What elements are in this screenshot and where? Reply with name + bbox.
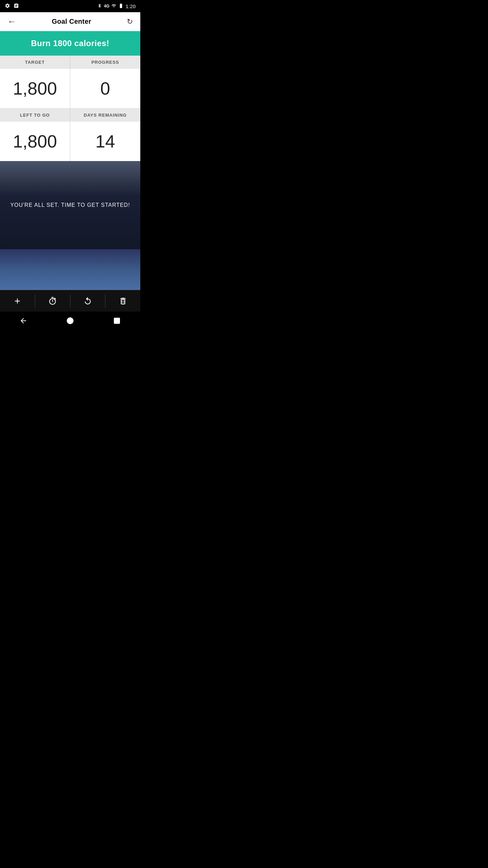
status-bar: 4G 1:20 xyxy=(0,0,140,12)
timer-button[interactable] xyxy=(35,290,70,312)
target-value: 1,800 xyxy=(0,69,70,108)
left-to-go-value: 1,800 xyxy=(0,122,70,161)
nav-bar xyxy=(0,312,140,330)
back-nav-button[interactable] xyxy=(19,317,27,325)
goal-banner: Burn 1800 calories! xyxy=(0,31,140,56)
progress-label: PROGRESS xyxy=(70,56,140,69)
back-button[interactable]: ← xyxy=(5,14,18,29)
blue-bg-section xyxy=(0,249,140,290)
days-remaining-label: DAYS REMAINING xyxy=(70,108,140,122)
svg-point-3 xyxy=(67,318,73,324)
delete-button[interactable] xyxy=(105,290,140,312)
status-right-icons: 4G 1:20 xyxy=(97,3,136,9)
reset-button[interactable] xyxy=(70,290,105,312)
add-icon: + xyxy=(15,295,21,307)
bottom-toolbar: + xyxy=(0,290,140,312)
svg-rect-2 xyxy=(123,300,124,303)
refresh-button[interactable]: ↻ xyxy=(125,15,135,28)
stats-grid: TARGET PROGRESS 1,800 0 LEFT TO GO DAYS … xyxy=(0,56,140,161)
home-nav-button[interactable] xyxy=(66,317,74,325)
trash-icon xyxy=(119,297,127,305)
recents-nav-button[interactable] xyxy=(113,317,121,325)
app-bar: ← Goal Center ↻ xyxy=(0,12,140,31)
goal-text: Burn 1800 calories! xyxy=(31,39,109,48)
motivational-section: YOU'RE ALL SET. TIME TO GET STARTED! xyxy=(0,161,140,290)
days-remaining-value: 14 xyxy=(70,122,140,161)
svg-point-0 xyxy=(54,298,56,299)
add-button[interactable]: + xyxy=(0,290,35,312)
page-title: Goal Center xyxy=(52,18,92,25)
settings-icon xyxy=(5,3,10,9)
progress-value: 0 xyxy=(70,69,140,108)
clipboard-icon xyxy=(14,3,19,9)
svg-rect-1 xyxy=(122,300,122,303)
motivational-dark-bg: YOU'RE ALL SET. TIME TO GET STARTED! xyxy=(0,161,140,249)
svg-rect-4 xyxy=(114,318,120,323)
left-to-go-label: LEFT TO GO xyxy=(0,108,70,122)
timer-icon xyxy=(48,297,57,305)
status-left-icons xyxy=(5,3,19,9)
reset-icon xyxy=(83,297,92,305)
signal-icon xyxy=(111,3,116,9)
target-label: TARGET xyxy=(0,56,70,69)
network-icon: 4G xyxy=(104,4,109,8)
motivational-text: YOU'RE ALL SET. TIME TO GET STARTED! xyxy=(10,201,130,209)
battery-icon xyxy=(118,3,124,9)
time-display: 1:20 xyxy=(126,3,136,9)
bluetooth-icon xyxy=(97,3,102,9)
